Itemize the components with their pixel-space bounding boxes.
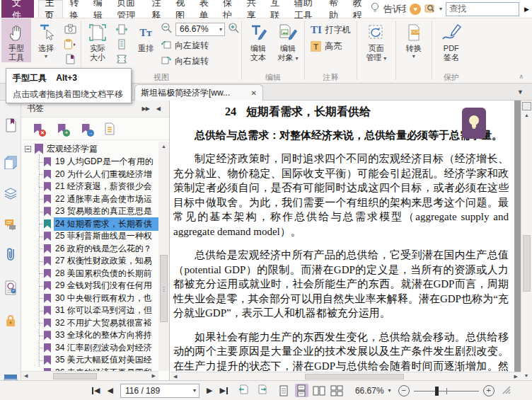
tab-tutorial[interactable]: 教程 <box>346 0 370 18</box>
status-zoom-dropdown-icon[interactable]: ▾ <box>388 387 391 394</box>
tab-file[interactable]: 文件 <box>1 0 34 18</box>
continuous-view-icon[interactable] <box>295 384 308 397</box>
scroll-up-icon[interactable]: ▲ <box>158 142 169 149</box>
signatures-panel-icon[interactable] <box>2 279 19 297</box>
tab-connect[interactable]: 互联 <box>264 0 288 18</box>
hand-tool-button[interactable]: 手型 工具 <box>1 18 31 62</box>
bookmarks-vertical-scrollbar[interactable]: ▲ <box>158 142 169 371</box>
scroll-down-icon[interactable]: ▼ <box>521 372 532 380</box>
pdf-page[interactable]: 24短期看需求，长期看供给 总供给与总需求：对整体经济来说，总供给量必须等于总需… <box>170 101 514 372</box>
bookmark-item[interactable]: 19 人均GDP是一个有用的 <box>21 156 158 168</box>
bookmark-item[interactable]: 35 美元大幅贬值对美国经 <box>21 354 158 367</box>
zoom-out-button[interactable]: − <box>398 385 410 396</box>
delete-bookmark-icon[interactable]: ✕ <box>30 121 45 137</box>
next-page-button[interactable]: ▶ <box>207 386 212 395</box>
bookmark-item[interactable]: 26 政府的钱是怎么花的？ <box>21 243 158 256</box>
first-page-button[interactable]: ◀ <box>92 386 100 395</box>
actual-size-button[interactable]: 实际 大小 <box>83 18 112 62</box>
bookmark-root-item[interactable]: 宏观经济学篇 <box>21 142 158 156</box>
edit-object-button[interactable]: 编辑 对象 ▾ <box>273 18 303 63</box>
document-tab-close-icon[interactable]: ✕ <box>251 89 257 97</box>
tab-page-management[interactable]: 页面管理 <box>110 0 145 18</box>
bookmark-item[interactable]: 31 你可以牵马到河边，但 <box>21 304 158 317</box>
zoom-level-combo[interactable]: 66.67% ▾ <box>175 23 225 36</box>
tab-protect[interactable]: 保护 <box>216 0 241 18</box>
tell-me-label[interactable]: 告诉我 <box>383 3 406 16</box>
tab-convert[interactable]: 转换 <box>63 0 87 18</box>
comments-panel-icon[interactable] <box>2 215 19 234</box>
zoom-in-button[interactable]: + <box>483 385 495 396</box>
find-input[interactable]: 查找 <box>446 2 519 16</box>
document-vertical-scrollbar[interactable]: ▲ <box>521 101 532 372</box>
add-bookmark-icon[interactable]: + <box>54 121 69 137</box>
bookmark-item[interactable]: 27 权衡性财政政策，知易 <box>21 255 158 268</box>
ribbon-collapse-icon[interactable]: ∧ <box>519 73 524 80</box>
zoom-slider[interactable] <box>414 385 479 396</box>
bookmark-item[interactable]: 32 不用扩大贸易就很富裕 <box>21 317 158 330</box>
tab-comment[interactable]: 注释 <box>145 0 169 18</box>
bookmark-item[interactable]: 28 美国累积负债的长期前 <box>21 268 158 280</box>
tab-view[interactable]: 视图 <box>169 0 193 18</box>
typewriter-button[interactable]: TI 打字机 <box>311 24 351 36</box>
expand-bookmarks-icon[interactable] <box>102 121 117 137</box>
clipboard-icon[interactable] <box>63 38 77 50</box>
single-page-view-icon[interactable] <box>277 384 291 397</box>
search-scope-icon[interactable] <box>424 3 436 16</box>
fit-visible-icon[interactable] <box>115 53 129 64</box>
pdf-sign-button[interactable]: PDF 签名 <box>434 18 469 62</box>
document-horizontal-scrollbar[interactable]: ◀ ▶ <box>170 372 521 380</box>
bookmark-item[interactable]: 30 中央银行既有权力，也 <box>21 292 158 305</box>
bookmark-item[interactable]: 34 汇率剧烈波动会对经济 <box>21 342 158 355</box>
scroll-right-icon[interactable]: ▶ <box>511 374 521 379</box>
bookmark-item[interactable]: 29 金钱对我们没有任何用 <box>21 280 158 292</box>
pages-panel-icon[interactable] <box>2 153 19 171</box>
fit-page-icon[interactable] <box>115 38 129 50</box>
convert-button[interactable]: OCR 转换 ▾ <box>398 18 430 59</box>
scroll-up-icon[interactable]: ▲ <box>521 113 532 118</box>
scroll-left-icon[interactable]: ◀ <box>21 373 30 379</box>
attachments-panel-icon[interactable] <box>2 245 19 263</box>
layers-panel-icon[interactable] <box>2 184 19 202</box>
zoom-out-icon[interactable] <box>161 22 173 36</box>
tab-edit[interactable]: 编辑 <box>87 0 111 18</box>
next-view-icon[interactable] <box>256 384 267 397</box>
snapshot-camera-icon[interactable] <box>63 23 77 35</box>
page-management-button[interactable]: 页面 管理 ▾ <box>359 18 394 63</box>
page-snapshot-icon[interactable] <box>63 53 77 64</box>
fit-width-icon[interactable] <box>115 23 129 35</box>
scroll-left-icon[interactable]: ◀ <box>170 374 180 379</box>
last-page-button[interactable]: ▶ <box>219 386 227 395</box>
bookmark-item[interactable]: 20 为什么人们重视经济增 <box>21 168 158 181</box>
zoom-in-icon[interactable] <box>228 22 240 36</box>
scrollbar-thumb[interactable] <box>53 373 97 379</box>
collapse-panel-icon[interactable]: ◀ <box>153 105 163 112</box>
tab-home[interactable]: 主页 <box>38 0 64 18</box>
bookmark-item[interactable]: 21 经济衰退，薪资很少会 <box>21 181 158 193</box>
bookmark-item[interactable]: 22 通胀率走高会使市场运 <box>21 193 158 206</box>
split-view-handle[interactable] <box>522 102 531 110</box>
page-number-combo[interactable]: 116 / 189 ▾ <box>120 384 200 398</box>
tab-list-dropdown-icon[interactable]: ▼ <box>517 88 524 96</box>
edit-text-button[interactable]: 编辑 文本 <box>243 18 273 62</box>
bookmark-item-selected[interactable]: 24 短期看需求，长期看供 <box>21 218 158 231</box>
zoom-slider-thumb[interactable] <box>435 387 439 396</box>
resize-grip-icon[interactable] <box>502 385 511 396</box>
security-panel-icon[interactable] <box>2 312 19 330</box>
previous-page-button[interactable]: ◀ <box>107 386 112 395</box>
tab-accessibility[interactable]: 辅助工具 <box>288 0 323 18</box>
previous-view-icon[interactable] <box>238 384 249 397</box>
bookmark-item[interactable]: 33 全球化的整体方向将持 <box>21 329 158 342</box>
tab-help[interactable]: 帮助 <box>323 0 347 18</box>
bookmarks-horizontal-scrollbar[interactable]: ◀ ▶ <box>21 371 158 380</box>
goto-bookmark-icon[interactable]: → <box>78 121 93 137</box>
bookmarks-panel-icon[interactable] <box>2 116 19 135</box>
facing-continuous-view-icon[interactable] <box>330 384 344 397</box>
document-tab[interactable]: 斯坦福极简经济学[ww... ✕ <box>134 84 263 101</box>
tab-share[interactable]: 共享 <box>241 0 265 18</box>
bookmark-item[interactable]: 25 菲利普斯曲线是一种权 <box>21 230 158 243</box>
tab-form[interactable]: 表单 <box>193 0 217 18</box>
facing-view-icon[interactable] <box>313 384 326 397</box>
scrollbar-thumb[interactable] <box>305 374 404 379</box>
select-tool-button[interactable]: 选择 ▾ <box>31 18 61 59</box>
favorite-heart-icon[interactable]: ♥ <box>410 4 421 15</box>
